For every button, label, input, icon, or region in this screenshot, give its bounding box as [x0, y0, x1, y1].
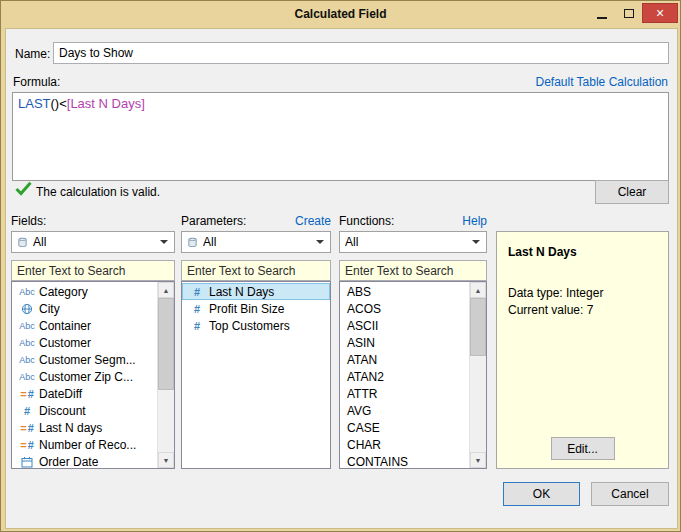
list-item-customer-segment[interactable]: Abc Customer Segm...	[12, 351, 157, 368]
scroll-up-icon[interactable]: ▲	[470, 282, 486, 298]
field-label: Discount	[39, 404, 86, 418]
list-item-container[interactable]: Abc Container	[12, 317, 157, 334]
field-label: Number of Reco...	[39, 438, 136, 452]
fields-filter-value: All	[33, 235, 46, 249]
database-icon	[17, 236, 28, 249]
maximize-button[interactable]	[615, 3, 642, 23]
field-label: Container	[39, 319, 91, 333]
parameter-detail-panel: Last N Days Data type: Integer Current v…	[496, 231, 669, 469]
date-type-icon	[15, 456, 39, 468]
fields-type-filter[interactable]: All	[11, 231, 175, 253]
function-label: ABS	[347, 285, 371, 299]
calculated-number-type-icon: =#	[15, 422, 39, 434]
list-item-last-n-days[interactable]: =# Last N days	[12, 419, 157, 436]
list-item-last-n-days-parameter[interactable]: # Last N Days	[182, 283, 330, 300]
parameters-type-filter[interactable]: All	[181, 231, 331, 253]
functions-header: Functions: Help	[339, 214, 487, 228]
list-item-contains[interactable]: CONTAINS	[340, 453, 469, 469]
list-item-case[interactable]: CASE	[340, 419, 469, 436]
field-label: City	[39, 302, 60, 316]
minimize-icon	[597, 17, 607, 19]
list-item-customer[interactable]: Abc Customer	[12, 334, 157, 351]
list-item-category[interactable]: Abc Category	[12, 283, 157, 300]
list-item-atan[interactable]: ATAN	[340, 351, 469, 368]
functions-scrollbar[interactable]: ▲ ▼	[469, 282, 486, 468]
list-item-discount[interactable]: # Discount	[12, 402, 157, 419]
list-item-order-date[interactable]: Order Date	[12, 453, 157, 469]
list-item-top-customers[interactable]: # Top Customers	[182, 317, 330, 334]
parameters-filter-value: All	[203, 235, 216, 249]
string-type-icon: Abc	[15, 287, 39, 297]
number-type-icon: #	[185, 286, 209, 298]
field-label: Customer	[39, 336, 91, 350]
functions-type-filter[interactable]: All	[339, 231, 487, 253]
string-type-icon: Abc	[15, 338, 39, 348]
parameter-label: Profit Bin Size	[209, 302, 284, 316]
list-item-profit-bin-size[interactable]: # Profit Bin Size	[182, 300, 330, 317]
functions-search-input[interactable]	[339, 260, 487, 281]
function-label: ASCII	[347, 319, 378, 333]
number-type-icon: #	[185, 303, 209, 315]
create-parameter-link[interactable]: Create	[295, 214, 331, 228]
number-type-icon: #	[185, 320, 209, 332]
default-table-calculation-link[interactable]: Default Table Calculation	[535, 75, 668, 89]
fields-search-input[interactable]	[11, 260, 175, 281]
scroll-thumb[interactable]	[470, 298, 486, 356]
edit-parameter-button[interactable]: Edit...	[551, 437, 615, 460]
field-label: Customer Segm...	[39, 353, 136, 367]
list-item-atan2[interactable]: ATAN2	[340, 368, 469, 385]
calculated-field-dialog: Calculated Field × Name: Formula: Defaul…	[0, 0, 681, 532]
minimize-button[interactable]	[588, 3, 615, 23]
function-label: AVG	[347, 404, 371, 418]
function-label: CASE	[347, 421, 380, 435]
functions-help-link[interactable]: Help	[462, 214, 487, 228]
formula-editor[interactable]: LAST()<[Last N Days]	[12, 92, 669, 181]
list-item-ascii[interactable]: ASCII	[340, 317, 469, 334]
string-type-icon: Abc	[15, 355, 39, 365]
close-button[interactable]: ×	[642, 3, 678, 23]
name-input[interactable]	[53, 42, 669, 64]
parameter-detail-title: Last N Days	[508, 245, 577, 259]
database-icon	[187, 236, 198, 249]
fields-label: Fields:	[11, 214, 46, 228]
ok-button[interactable]: OK	[503, 482, 580, 506]
scroll-up-icon[interactable]: ▲	[158, 282, 174, 298]
chevron-down-icon	[316, 240, 324, 244]
function-label: ACOS	[347, 302, 381, 316]
list-item-acos[interactable]: ACOS	[340, 300, 469, 317]
window-controls: ×	[588, 3, 678, 23]
fields-scrollbar[interactable]: ▲ ▼	[157, 282, 174, 468]
parameter-label: Top Customers	[209, 319, 290, 333]
clear-button[interactable]: Clear	[595, 180, 669, 204]
parameters-list: # Last N Days # Profit Bin Size # Top Cu…	[181, 281, 331, 469]
number-type-icon: #	[15, 405, 39, 417]
list-item-abs[interactable]: ABS	[340, 283, 469, 300]
list-item-customer-zip[interactable]: Abc Customer Zip C...	[12, 368, 157, 385]
list-item-char[interactable]: CHAR	[340, 436, 469, 453]
geographic-type-icon	[15, 303, 39, 315]
scroll-down-icon[interactable]: ▼	[470, 452, 486, 468]
window-title: Calculated Field	[1, 1, 680, 28]
function-label: ATAN2	[347, 370, 384, 384]
field-label: DateDiff	[39, 387, 82, 401]
string-type-icon: Abc	[15, 372, 39, 382]
parameters-header: Parameters: Create	[181, 214, 331, 228]
calculated-number-type-icon: =#	[15, 388, 39, 400]
cancel-button[interactable]: Cancel	[591, 482, 669, 506]
list-item-datediff[interactable]: =# DateDiff	[12, 385, 157, 402]
field-label: Category	[39, 285, 88, 299]
list-item-attr[interactable]: ATTR	[340, 385, 469, 402]
validation-message: The calculation is valid.	[36, 185, 160, 199]
parameters-label: Parameters:	[181, 214, 246, 228]
list-item-city[interactable]: City	[12, 300, 157, 317]
function-label: CHAR	[347, 438, 381, 452]
parameter-data-type: Data type: Integer	[508, 286, 603, 300]
scroll-thumb[interactable]	[158, 298, 174, 390]
parameters-search-input[interactable]	[181, 260, 331, 281]
list-item-number-of-records[interactable]: =# Number of Reco...	[12, 436, 157, 453]
chevron-down-icon	[160, 240, 168, 244]
list-item-avg[interactable]: AVG	[340, 402, 469, 419]
formula-parameter-token: [Last N Days]	[67, 96, 145, 111]
scroll-down-icon[interactable]: ▼	[158, 452, 174, 468]
list-item-asin[interactable]: ASIN	[340, 334, 469, 351]
